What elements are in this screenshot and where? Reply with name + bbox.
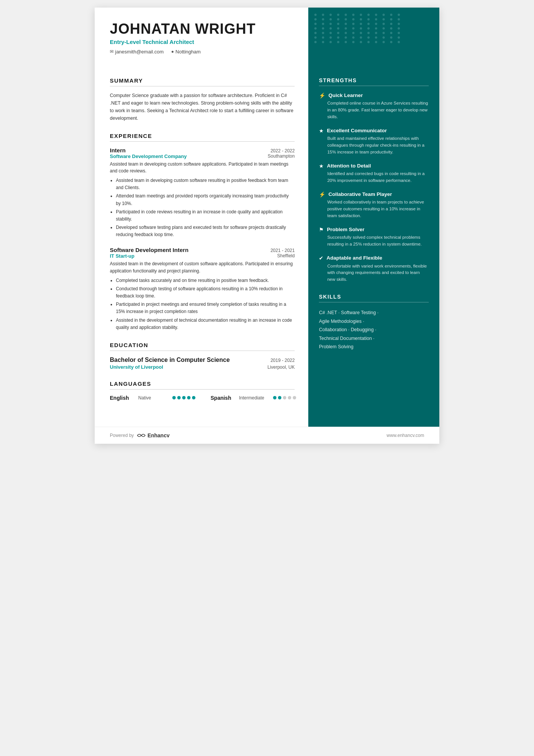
lang-dot bbox=[192, 396, 195, 399]
footer-url: www.enhancv.com bbox=[387, 433, 424, 438]
experience-item-2: Software Development Intern 2021 - 2021 … bbox=[110, 247, 295, 331]
strength-header-6: ✔ Adaptable and Flexible bbox=[319, 255, 429, 261]
languages-section: LANGUAGES English Native bbox=[110, 380, 295, 401]
language-spanish: Spanish Intermediate bbox=[211, 395, 296, 401]
exp-desc-1: Assisted team in developing custom softw… bbox=[110, 161, 295, 175]
strength-header-2: ★ Excellent Communicator bbox=[319, 127, 429, 134]
skill-line-5: Problem Solving bbox=[319, 343, 429, 351]
email-icon: ✉ bbox=[110, 49, 114, 54]
strength-name-5: Problem Solver bbox=[327, 226, 364, 233]
skill-line-4: Technical Documentation · bbox=[319, 334, 429, 343]
strength-item-1: ⚡ Quick Learner Completed online course … bbox=[319, 92, 429, 121]
quick-learner-icon: ⚡ bbox=[319, 92, 325, 99]
email-value: janesmith@email.com bbox=[115, 49, 164, 55]
communicator-icon: ★ bbox=[319, 128, 324, 134]
header-right-decoration bbox=[308, 8, 439, 62]
exp-date-1: 2022 - 2022 bbox=[270, 148, 295, 153]
languages-row: English Native Spanish Interme bbox=[110, 395, 295, 401]
strength-header-4: ⚡ Collaborative Team Player bbox=[319, 191, 429, 198]
location-contact: ● Nottingham bbox=[171, 49, 201, 55]
strength-desc-3: Identified and corrected bugs in code re… bbox=[319, 171, 429, 184]
summary-text: Computer Science graduate with a passion… bbox=[110, 92, 295, 122]
exp-company-1: Software Development Company bbox=[110, 153, 187, 159]
bullet-item: Assisted team in developing custom softw… bbox=[116, 177, 295, 191]
edu-degree: Bachelor of Science in Computer Science bbox=[110, 356, 230, 364]
exp-company-row-1: Software Development Company Southampton bbox=[110, 153, 295, 159]
bullet-item: Developed software testing plans and exe… bbox=[116, 224, 295, 238]
exp-company-row-2: IT Start-up Sheffield bbox=[110, 253, 295, 259]
strength-item-4: ⚡ Collaborative Team Player Worked colla… bbox=[319, 191, 429, 219]
education-item: Bachelor of Science in Computer Science … bbox=[110, 356, 295, 370]
skill-line-1: C# .NET · Software Testing · bbox=[319, 308, 429, 317]
strength-item-2: ★ Excellent Communicator Built and maint… bbox=[319, 127, 429, 156]
experience-section: EXPERIENCE Intern 2022 - 2022 Software D… bbox=[110, 133, 295, 331]
lang-dot bbox=[288, 396, 291, 399]
lang-dot bbox=[278, 396, 281, 399]
brand-name: Enhancv bbox=[147, 432, 169, 438]
location-icon: ● bbox=[171, 49, 174, 54]
exp-role-2: Software Development Intern bbox=[110, 247, 189, 253]
lang-dots-english bbox=[172, 396, 195, 399]
strength-desc-2: Built and maintained effective relations… bbox=[319, 135, 429, 155]
strength-header-3: ★ Attention to Detail bbox=[319, 163, 429, 169]
bullet-item: Assisted in the development of technical… bbox=[116, 317, 295, 331]
problem-solver-icon: ⚑ bbox=[319, 227, 324, 233]
skill-line-2: Agile Methodologies · bbox=[319, 317, 429, 326]
lang-dot bbox=[293, 396, 296, 399]
contact-row: ✉ janesmith@email.com ● Nottingham bbox=[110, 49, 295, 55]
detail-icon: ★ bbox=[319, 163, 324, 169]
edu-dates: 2019 - 2022 bbox=[270, 358, 295, 363]
lang-level-spanish: Intermediate bbox=[239, 395, 269, 401]
lang-dots-spanish bbox=[273, 396, 296, 399]
bullet-item: Attended team meetings and provided repo… bbox=[116, 193, 295, 207]
experience-item-1: Intern 2022 - 2022 Software Development … bbox=[110, 147, 295, 239]
exp-date-2: 2021 - 2021 bbox=[270, 248, 295, 253]
lang-name-english: English bbox=[110, 395, 134, 401]
exp-bullets-2: Completed tasks accurately and on time r… bbox=[110, 277, 295, 331]
summary-title: SUMMARY bbox=[110, 77, 295, 86]
footer-left: Powered by Enhancv bbox=[110, 432, 170, 438]
strength-item-3: ★ Attention to Detail Identified and cor… bbox=[319, 163, 429, 184]
exp-header-1: Intern 2022 - 2022 bbox=[110, 147, 295, 153]
lang-dot bbox=[177, 396, 181, 399]
education-title: EDUCATION bbox=[110, 342, 295, 351]
strength-name-1: Quick Learner bbox=[328, 92, 363, 99]
bullet-item: Participated in code reviews resulting i… bbox=[116, 208, 295, 223]
experience-title: EXPERIENCE bbox=[110, 133, 295, 142]
logo-icon bbox=[137, 432, 146, 438]
email-contact: ✉ janesmith@email.com bbox=[110, 49, 164, 55]
bullet-item: Participated in project meetings and ens… bbox=[116, 301, 295, 315]
right-column: STRENGTHS ⚡ Quick Learner Completed onli… bbox=[308, 62, 439, 427]
lang-dot bbox=[283, 396, 286, 399]
candidate-name: JOHNATAN WRIGHT bbox=[110, 21, 295, 37]
dots-decoration bbox=[308, 8, 439, 49]
adaptable-icon: ✔ bbox=[319, 255, 323, 261]
strength-header-1: ⚡ Quick Learner bbox=[319, 92, 429, 99]
location-value: Nottingham bbox=[175, 49, 200, 55]
education-section: EDUCATION Bachelor of Science in Compute… bbox=[110, 342, 295, 370]
strength-item-5: ⚑ Problem Solver Successfully solved com… bbox=[319, 226, 429, 248]
exp-role-1: Intern bbox=[110, 147, 126, 153]
resume-footer: Powered by Enhancv www.enhancv.com bbox=[95, 427, 439, 444]
enhancv-logo: Enhancv bbox=[137, 432, 169, 438]
strengths-section: STRENGTHS ⚡ Quick Learner Completed onli… bbox=[319, 77, 429, 283]
lang-name-spanish: Spanish bbox=[211, 395, 235, 401]
exp-header-2: Software Development Intern 2021 - 2021 bbox=[110, 247, 295, 253]
languages-title: LANGUAGES bbox=[110, 380, 295, 390]
strength-desc-4: Worked collaboratively in team projects … bbox=[319, 199, 429, 219]
lang-dot bbox=[273, 396, 276, 399]
strength-item-6: ✔ Adaptable and Flexible Comfortable wit… bbox=[319, 255, 429, 283]
resume-wrapper: JOHNATAN WRIGHT Entry-Level Technical Ar… bbox=[95, 8, 439, 444]
lang-dot bbox=[172, 396, 176, 399]
strength-header-5: ⚑ Problem Solver bbox=[319, 226, 429, 233]
team-player-icon: ⚡ bbox=[319, 191, 325, 197]
candidate-title: Entry-Level Technical Architect bbox=[110, 39, 295, 45]
summary-section: SUMMARY Computer Science graduate with a… bbox=[110, 77, 295, 122]
edu-school: University of Liverpool bbox=[110, 364, 163, 370]
lang-dot bbox=[182, 396, 186, 399]
edu-location: Liverpool, UK bbox=[267, 365, 295, 370]
strength-name-3: Attention to Detail bbox=[327, 163, 371, 169]
exp-location-1: Southampton bbox=[268, 153, 295, 159]
skills-title: SKILLS bbox=[319, 294, 429, 302]
strength-name-2: Excellent Communicator bbox=[327, 127, 387, 134]
